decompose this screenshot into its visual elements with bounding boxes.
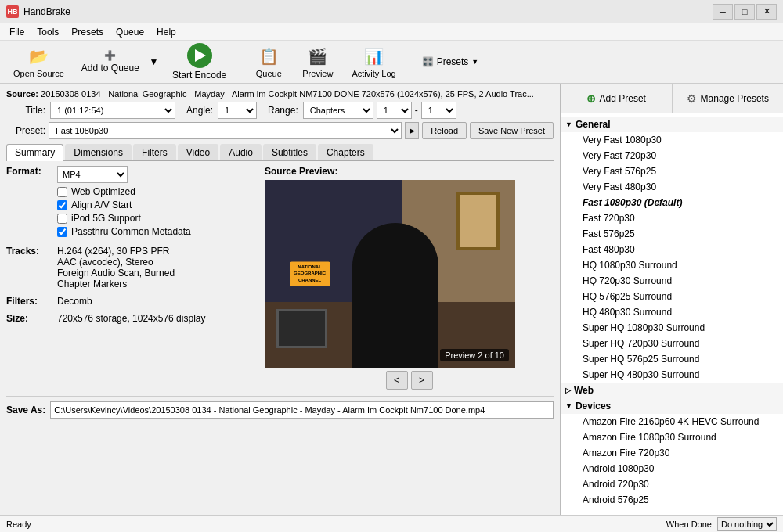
menu-tools[interactable]: Tools [31, 25, 65, 39]
manage-presets-button[interactable]: ⚙ Manage Presets [673, 84, 784, 113]
preview-next-button[interactable]: > [411, 371, 433, 390]
preset-hq-1080p30[interactable]: HQ 1080p30 Surround [561, 257, 783, 273]
preset-dropdown-arrow[interactable]: ▶ [405, 122, 419, 139]
preset-fast-1080p30[interactable]: Fast 1080p30 (Default) [561, 195, 783, 210]
status-right: When Done: Do nothing [666, 517, 777, 531]
tab-audio[interactable]: Audio [220, 144, 262, 160]
tab-chapters[interactable]: Chapters [318, 144, 373, 160]
add-to-queue-button[interactable]: ➕ Add to Queue ▼ [74, 46, 162, 77]
range-label: Range: [268, 105, 298, 116]
close-button[interactable]: ✕ [756, 4, 777, 20]
devices-arrow-icon: ▼ [565, 402, 572, 410]
preset-group-web-header[interactable]: ▷ Web [561, 383, 783, 398]
title-bar: HB HandBrake ─ □ ✕ [0, 0, 783, 23]
align-av-checkbox[interactable] [57, 200, 67, 210]
gear-icon: ⚙ [687, 92, 697, 105]
menu-file[interactable]: File [3, 25, 31, 39]
preview-prev-button[interactable]: < [386, 371, 408, 390]
preview-nav: < > [265, 371, 554, 390]
preset-super-hq-480p30[interactable]: Super HQ 480p30 Surround [561, 367, 783, 383]
preview-button[interactable]: 🎬 Preview [294, 41, 341, 82]
menu-bar: File Tools Presets Queue Help [0, 23, 783, 41]
source-info: 720x576 (1024x576), 25 FPS, 2 Audio Trac… [362, 89, 534, 99]
preset-panel-header: ⊕ Add Preset ⚙ Manage Presets [561, 84, 783, 113]
range-type-select[interactable]: Chapters [303, 102, 373, 119]
ipod-label: iPod 5G Support [71, 213, 141, 224]
presets-toolbar-button[interactable]: 🎛️ Presets ▼ [415, 46, 486, 77]
preset-select[interactable]: Fast 1080p30 [49, 122, 402, 139]
save-as-row: Save As: [6, 396, 554, 419]
left-panel: Source: 20150308 0134 - National Geograp… [0, 84, 560, 515]
range-dash: - [415, 105, 418, 116]
passthru-checkbox[interactable] [57, 227, 67, 237]
summary-left: Format: MP4 Web Optimized [6, 166, 257, 390]
add-preset-label: Add Preset [600, 93, 646, 104]
tab-filters[interactable]: Filters [133, 144, 176, 160]
range-from-select[interactable]: 1 [377, 102, 412, 119]
minimize-button[interactable]: ─ [713, 4, 733, 20]
preset-fast-480p30[interactable]: Fast 480p30 [561, 242, 783, 257]
ipod-checkbox[interactable] [57, 214, 67, 224]
summary-content: Format: MP4 Web Optimized [6, 166, 554, 390]
scene-frame [456, 192, 500, 250]
preset-very-fast-720p30[interactable]: Very Fast 720p30 [561, 148, 783, 164]
maximize-button[interactable]: □ [734, 4, 755, 20]
menu-presets[interactable]: Presets [65, 25, 110, 39]
title-select[interactable]: 1 (01:12:54) [50, 102, 175, 119]
save-as-input[interactable] [50, 401, 554, 419]
activity-log-button[interactable]: 📊 Activity Log [343, 41, 404, 82]
devices-group-label: Devices [576, 401, 611, 412]
tab-summary[interactable]: Summary [6, 144, 63, 161]
preset-group-devices-header[interactable]: ▼ Devices [561, 398, 783, 414]
preset-group-web: ▷ Web [561, 383, 783, 398]
add-queue-dropdown-arrow[interactable]: ▼ [146, 46, 161, 77]
size-row: Size: 720x576 storage, 1024x576 display [6, 313, 257, 324]
menu-help[interactable]: Help [150, 25, 182, 39]
preset-fast-576p25[interactable]: Fast 576p25 [561, 226, 783, 242]
app-title: HandBrake [23, 6, 70, 17]
reload-button[interactable]: Reload [422, 122, 467, 139]
preset-hq-720p30[interactable]: HQ 720p30 Surround [561, 273, 783, 289]
preview-overlay: Preview 2 of 10 [440, 349, 509, 361]
preset-android-720p[interactable]: Android 720p30 [561, 476, 783, 492]
add-preset-button[interactable]: ⊕ Add Preset [561, 84, 673, 113]
when-done-select[interactable]: Do nothing [717, 517, 777, 531]
format-select[interactable]: MP4 [57, 166, 128, 183]
preset-amazon-1080p[interactable]: Amazon Fire 1080p30 Surround [561, 430, 783, 445]
activity-log-label: Activity Log [352, 69, 395, 78]
preset-super-hq-1080p30[interactable]: Super HQ 1080p30 Surround [561, 320, 783, 336]
open-source-icon: 📂 [27, 45, 49, 67]
preview-label: Preview [302, 69, 333, 78]
preset-super-hq-576p25[interactable]: Super HQ 576p25 Surround [561, 351, 783, 367]
preset-group-general-header[interactable]: ▼ General [561, 117, 783, 132]
queue-button[interactable]: 📋 Queue [245, 41, 292, 82]
start-encode-button[interactable]: Start Encode [164, 39, 235, 84]
preset-very-fast-576p25[interactable]: Very Fast 576p25 [561, 164, 783, 179]
preset-very-fast-1080p30[interactable]: Very Fast 1080p30 [561, 132, 783, 148]
preset-hq-576p25[interactable]: HQ 576p25 Surround [561, 289, 783, 304]
add-queue-label: Add to Queue [81, 63, 139, 74]
save-as-label: Save As: [6, 404, 45, 415]
title-bar-left: HB HandBrake [6, 5, 70, 18]
align-av-row: Align A/V Start [57, 200, 191, 210]
tab-subtitles[interactable]: Subtitles [263, 144, 316, 160]
save-new-preset-button[interactable]: Save New Preset [470, 122, 554, 139]
preset-amazon-4k[interactable]: Amazon Fire 2160p60 4K HEVC Surround [561, 414, 783, 430]
source-filename: 20150308 0134 - National Geographic - Ma… [41, 89, 359, 99]
status-bar: Ready When Done: Do nothing [0, 515, 783, 532]
preset-android-1080p[interactable]: Android 1080p30 [561, 461, 783, 476]
preset-super-hq-720p30[interactable]: Super HQ 720p30 Surround [561, 336, 783, 351]
web-optimized-checkbox[interactable] [57, 187, 67, 197]
preset-android-576p[interactable]: Android 576p25 [561, 492, 783, 508]
preset-very-fast-480p30[interactable]: Very Fast 480p30 [561, 179, 783, 195]
menu-queue[interactable]: Queue [110, 25, 150, 39]
tab-dimensions[interactable]: Dimensions [65, 144, 132, 160]
preset-fast-720p30[interactable]: Fast 720p30 [561, 210, 783, 226]
tab-video[interactable]: Video [178, 144, 218, 160]
range-to-select[interactable]: 1 [421, 102, 456, 119]
passthru-label: Passthru Common Metadata [71, 226, 191, 237]
preset-amazon-720p[interactable]: Amazon Fire 720p30 [561, 445, 783, 461]
open-source-button[interactable]: 📂 Open Source [5, 41, 73, 82]
angle-select[interactable]: 1 [218, 102, 257, 119]
preset-hq-480p30[interactable]: HQ 480p30 Surround [561, 304, 783, 320]
